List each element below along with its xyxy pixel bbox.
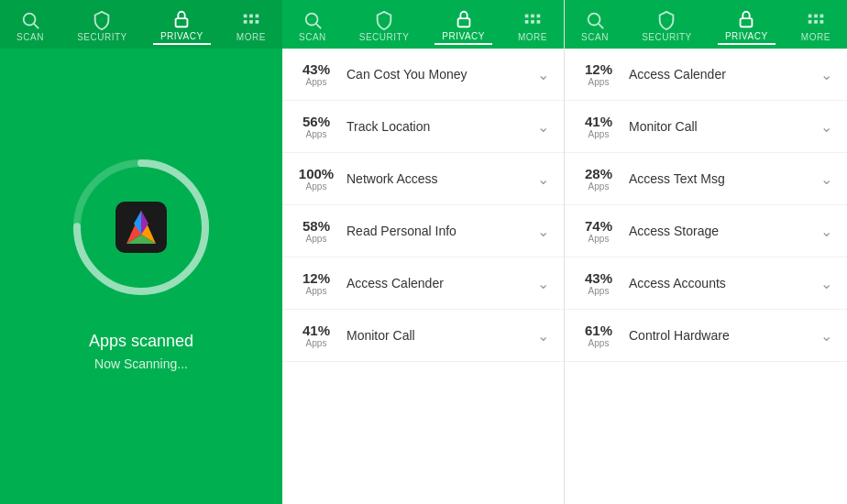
svg-rect-20 bbox=[537, 20, 541, 24]
apps-scanned-label: Apps scanned bbox=[89, 332, 193, 351]
left-nav-privacy[interactable]: PRIVACY bbox=[153, 7, 211, 45]
chevron-down-icon: ⌄ bbox=[820, 118, 832, 136]
list-item[interactable]: 43% Apps Access Accounts ⌄ bbox=[565, 257, 847, 310]
mid-nav-more[interactable]: MORE bbox=[511, 8, 555, 44]
mid-nav-security[interactable]: SECURITY bbox=[352, 8, 417, 44]
pct-value: 43% bbox=[585, 270, 612, 286]
svg-rect-29 bbox=[820, 20, 823, 24]
svg-rect-25 bbox=[814, 15, 818, 18]
svg-rect-3 bbox=[244, 15, 248, 18]
right-nav-security[interactable]: SECURITY bbox=[634, 8, 699, 44]
pct-value: 74% bbox=[585, 218, 612, 234]
pct-block: 12% Apps bbox=[579, 61, 618, 87]
list-item[interactable]: 41% Apps Monitor Call ⌄ bbox=[565, 101, 847, 153]
pct-block: 41% Apps bbox=[579, 114, 618, 139]
right-nav-more[interactable]: MORE bbox=[794, 8, 838, 44]
pct-value: 12% bbox=[585, 61, 612, 77]
pct-apps: Apps bbox=[306, 181, 327, 192]
list-item[interactable]: 58% Apps Read Personal Info ⌄ bbox=[282, 205, 564, 257]
pct-apps: Apps bbox=[588, 129, 610, 139]
svg-rect-27 bbox=[808, 20, 812, 24]
left-nav-more[interactable]: MORE bbox=[229, 8, 273, 44]
pct-block: 56% Apps bbox=[297, 114, 336, 139]
pct-block: 58% Apps bbox=[297, 218, 336, 244]
item-label: Read Personal Info bbox=[346, 224, 537, 238]
pct-apps: Apps bbox=[588, 77, 610, 87]
item-label: Monitor Call bbox=[346, 328, 537, 343]
list-item[interactable]: 56% Apps Track Location ⌄ bbox=[282, 101, 564, 153]
item-label: Network Access bbox=[346, 171, 537, 186]
item-label: Access Text Msg bbox=[629, 171, 820, 186]
mid-nav-more-label: MORE bbox=[518, 32, 547, 42]
mid-nav-scan[interactable]: SCAN bbox=[292, 8, 334, 44]
svg-point-12 bbox=[306, 14, 318, 26]
item-label: Monitor Call bbox=[629, 119, 820, 134]
right-nav-more-label: MORE bbox=[801, 32, 830, 42]
list-item[interactable]: 74% Apps Access Storage ⌄ bbox=[565, 205, 847, 257]
mid-nav-scan-label: SCAN bbox=[299, 32, 326, 42]
chevron-down-icon: ⌄ bbox=[537, 66, 549, 83]
chevron-down-icon: ⌄ bbox=[820, 223, 832, 240]
svg-point-0 bbox=[24, 14, 36, 26]
mid-list: 43% Apps Can Cost You Money ⌄ 56% Apps T… bbox=[282, 49, 564, 504]
chevron-down-icon: ⌄ bbox=[537, 118, 549, 136]
pct-apps: Apps bbox=[588, 234, 610, 244]
chevron-down-icon: ⌄ bbox=[820, 275, 832, 292]
svg-rect-16 bbox=[531, 15, 534, 18]
pct-apps: Apps bbox=[306, 77, 327, 87]
pct-block: 61% Apps bbox=[579, 323, 618, 348]
mid-nav-privacy-label: PRIVACY bbox=[442, 31, 485, 41]
list-item[interactable]: 12% Apps Access Calender ⌄ bbox=[565, 49, 847, 101]
pct-value: 12% bbox=[302, 270, 330, 286]
right-nav-scan[interactable]: SCAN bbox=[574, 8, 616, 44]
chevron-down-icon: ⌄ bbox=[820, 66, 832, 83]
pct-apps: Apps bbox=[306, 234, 327, 244]
list-item[interactable]: 28% Apps Access Text Msg ⌄ bbox=[565, 153, 847, 205]
pct-block: 43% Apps bbox=[579, 270, 618, 296]
left-nav-scan[interactable]: SCAN bbox=[9, 8, 51, 44]
list-item[interactable]: 41% Apps Monitor Call ⌄ bbox=[282, 310, 564, 362]
circle-inner bbox=[116, 202, 167, 253]
svg-line-13 bbox=[316, 24, 321, 28]
mid-nav-bar: SCAN SECURITY PRIVACY MORE bbox=[282, 0, 564, 49]
svg-rect-26 bbox=[820, 15, 823, 18]
list-item[interactable]: 12% Apps Access Calender ⌄ bbox=[282, 257, 564, 310]
item-label: Control Hardware bbox=[629, 328, 820, 343]
pct-value: 43% bbox=[302, 61, 330, 77]
chevron-down-icon: ⌄ bbox=[820, 170, 832, 188]
left-nav-security[interactable]: SECURITY bbox=[70, 8, 135, 44]
pct-apps: Apps bbox=[588, 286, 610, 296]
left-nav-scan-label: SCAN bbox=[16, 32, 44, 42]
list-item[interactable]: 43% Apps Can Cost You Money ⌄ bbox=[282, 49, 564, 101]
svg-rect-23 bbox=[741, 18, 753, 27]
pct-apps: Apps bbox=[306, 286, 327, 296]
item-label: Access Storage bbox=[629, 224, 820, 238]
list-item[interactable]: 61% Apps Control Hardware ⌄ bbox=[565, 310, 847, 362]
pct-apps: Apps bbox=[588, 338, 610, 348]
svg-rect-14 bbox=[457, 18, 469, 27]
list-item[interactable]: 100% Apps Network Access ⌄ bbox=[282, 153, 564, 205]
now-scanning-label: Now Scanning... bbox=[94, 356, 188, 371]
right-nav-scan-label: SCAN bbox=[581, 32, 609, 42]
pct-value: 100% bbox=[299, 166, 334, 181]
right-nav-privacy[interactable]: PRIVACY bbox=[718, 7, 776, 45]
chevron-down-icon: ⌄ bbox=[537, 275, 549, 292]
right-nav-security-label: SECURITY bbox=[642, 32, 692, 42]
item-label: Access Calender bbox=[346, 276, 537, 290]
right-list: 12% Apps Access Calender ⌄ 41% Apps Moni… bbox=[565, 49, 847, 504]
right-nav-privacy-label: PRIVACY bbox=[725, 31, 768, 41]
pct-block: 43% Apps bbox=[297, 61, 336, 87]
pct-block: 12% Apps bbox=[297, 270, 336, 296]
svg-rect-5 bbox=[255, 15, 258, 18]
left-panel: SCAN SECURITY PRIVACY MORE bbox=[0, 0, 282, 504]
scan-circle-area: Apps scanned Now Scanning... bbox=[59, 49, 224, 504]
pct-value: 61% bbox=[585, 323, 612, 338]
pct-value: 58% bbox=[302, 218, 330, 234]
svg-rect-28 bbox=[814, 20, 818, 24]
left-nav-security-label: SECURITY bbox=[77, 32, 127, 42]
chevron-down-icon: ⌄ bbox=[537, 223, 549, 240]
mid-nav-privacy[interactable]: PRIVACY bbox=[434, 7, 492, 45]
svg-rect-7 bbox=[249, 20, 253, 24]
svg-rect-24 bbox=[808, 15, 812, 18]
svg-line-22 bbox=[599, 24, 603, 28]
